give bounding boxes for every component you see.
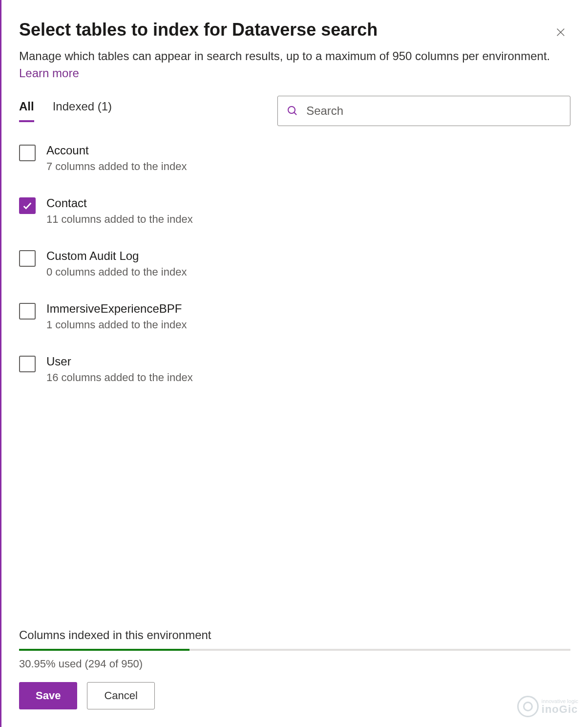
search-input[interactable] bbox=[306, 104, 561, 118]
table-list: Account 7 columns added to the index Con… bbox=[19, 144, 570, 619]
table-name: Account bbox=[46, 144, 187, 157]
checkbox-immersive-experience-bpf[interactable] bbox=[19, 303, 36, 320]
tab-all[interactable]: All bbox=[19, 100, 34, 122]
check-icon bbox=[22, 200, 33, 211]
svg-line-3 bbox=[294, 112, 296, 115]
close-button[interactable] bbox=[551, 22, 570, 42]
progress-text: 30.95% used (294 of 950) bbox=[19, 658, 570, 670]
table-desc: 16 columns added to the index bbox=[46, 371, 193, 384]
checkbox-user[interactable] bbox=[19, 356, 36, 372]
checkbox-account[interactable] bbox=[19, 145, 36, 161]
table-desc: 7 columns added to the index bbox=[46, 160, 187, 173]
learn-more-link[interactable]: Learn more bbox=[19, 66, 79, 80]
subtitle-text: Manage which tables can appear in search… bbox=[19, 49, 550, 63]
table-desc: 0 columns added to the index bbox=[46, 266, 187, 278]
search-box[interactable] bbox=[277, 96, 570, 126]
footer: Columns indexed in this environment 30.9… bbox=[19, 619, 570, 709]
table-desc: 1 columns added to the index bbox=[46, 319, 187, 331]
save-button[interactable]: Save bbox=[19, 682, 77, 709]
svg-point-2 bbox=[288, 107, 295, 113]
progress-label: Columns indexed in this environment bbox=[19, 628, 570, 642]
tab-indexed[interactable]: Indexed (1) bbox=[53, 100, 112, 122]
table-row: Account 7 columns added to the index bbox=[19, 144, 570, 173]
tab-list: All Indexed (1) bbox=[19, 100, 112, 122]
table-name: User bbox=[46, 355, 193, 368]
table-name: Contact bbox=[46, 196, 193, 210]
close-icon bbox=[555, 27, 566, 38]
table-row: Custom Audit Log 0 columns added to the … bbox=[19, 249, 570, 278]
checkbox-contact[interactable] bbox=[19, 197, 36, 214]
table-row: User 16 columns added to the index bbox=[19, 355, 570, 384]
table-name: Custom Audit Log bbox=[46, 249, 187, 263]
cancel-button[interactable]: Cancel bbox=[87, 682, 154, 709]
table-desc: 11 columns added to the index bbox=[46, 213, 193, 226]
table-row: Contact 11 columns added to the index bbox=[19, 196, 570, 226]
table-row: ImmersiveExperienceBPF 1 columns added t… bbox=[19, 302, 570, 331]
checkbox-custom-audit-log[interactable] bbox=[19, 250, 36, 267]
dialog-subtitle: Manage which tables can appear in search… bbox=[19, 48, 556, 82]
progress-bar bbox=[19, 649, 570, 651]
table-name: ImmersiveExperienceBPF bbox=[46, 302, 187, 316]
progress-fill bbox=[19, 649, 189, 651]
dialog-title: Select tables to index for Dataverse sea… bbox=[19, 20, 378, 40]
search-icon bbox=[287, 105, 298, 117]
